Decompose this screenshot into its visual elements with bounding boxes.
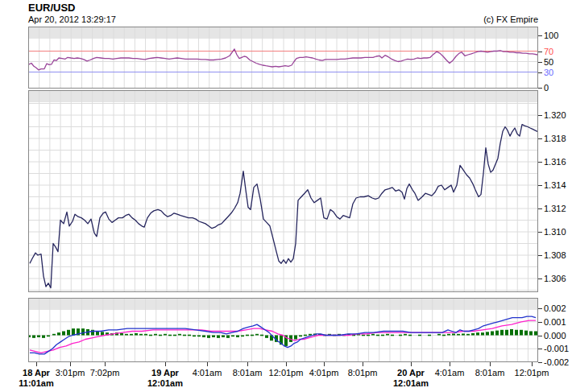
x-axis-tick <box>207 362 208 366</box>
divergence-bar <box>452 333 455 335</box>
divergence-bar <box>241 336 244 337</box>
x-axis-tick <box>36 362 37 366</box>
price-axis-tick <box>538 185 542 186</box>
divergence-bar <box>188 335 191 336</box>
divergence-bar <box>72 328 75 335</box>
divergence-bar <box>159 335 162 336</box>
divergence-bar <box>381 335 384 336</box>
macd-axis-label: -0.001 <box>544 344 569 354</box>
divergence-bar <box>193 336 196 337</box>
x-axis-tick <box>324 362 325 366</box>
divergence-bar <box>32 336 35 338</box>
macd-axis-tick <box>538 322 542 323</box>
divergence-bar <box>476 332 479 335</box>
divergence-bar <box>178 334 181 336</box>
macd-axis-tick <box>538 349 542 349</box>
divergence-bar <box>404 334 407 336</box>
divergence-bar <box>408 335 412 336</box>
divergence-bar <box>437 334 441 336</box>
macd-axis-tick <box>538 308 542 309</box>
x-axis-label: 7:02pm <box>71 368 139 378</box>
price-axis-label: 1.312 <box>544 204 566 214</box>
divergence-bar <box>173 335 176 336</box>
divergence-bar <box>236 336 239 338</box>
divergence-bar <box>231 336 234 337</box>
divergence-bar <box>246 335 249 336</box>
macd-axis-label: 0.000 <box>544 331 566 341</box>
price-axis-label: 1.316 <box>544 157 566 167</box>
divergence-bar <box>255 334 259 336</box>
divergence-bar <box>149 335 152 336</box>
divergence-bar <box>524 331 528 336</box>
divergence-bar <box>207 336 210 338</box>
macd-panel <box>28 298 538 362</box>
rsi-axis-label: 100 <box>544 31 558 41</box>
page-title: EUR/USD <box>28 2 76 14</box>
divergence-bar <box>362 335 365 336</box>
divergence-bar <box>42 336 45 338</box>
x-axis-tick <box>532 362 533 366</box>
divergence-bar <box>418 335 421 336</box>
divergence-bar <box>299 336 302 337</box>
divergence-bar <box>197 336 201 337</box>
divergence-bar <box>495 331 499 336</box>
divergence-bar <box>251 335 254 336</box>
divergence-bar <box>57 332 60 335</box>
divergence-bar <box>481 332 484 335</box>
divergence-bar <box>154 334 157 336</box>
price-axis-tick <box>538 208 542 209</box>
divergence-bar <box>144 334 147 336</box>
divergence-bar <box>462 333 465 335</box>
divergence-bar <box>47 336 50 337</box>
price-axis-tick <box>538 232 542 233</box>
divergence-bar <box>371 334 375 336</box>
price-axis-tick <box>538 255 542 256</box>
divergence-bar <box>309 334 312 336</box>
price-panel <box>28 90 538 292</box>
x-axis-tick <box>105 362 106 366</box>
price-axis-label: 1.310 <box>544 227 566 237</box>
divergence-bar <box>217 336 220 338</box>
divergence-bar <box>447 334 450 336</box>
divergence-bar <box>67 330 70 336</box>
divergence-bar <box>52 334 56 336</box>
x-axis-tick <box>450 362 450 366</box>
divergence-bar <box>260 335 263 336</box>
x-axis-tick <box>363 362 363 366</box>
divergence-bar <box>391 335 394 336</box>
divergence-bar <box>62 331 65 335</box>
divergence-bar <box>168 335 172 336</box>
divergence-bar <box>505 330 508 336</box>
divergence-bar <box>520 330 523 336</box>
divergence-bar <box>164 334 167 336</box>
divergence-bar <box>500 330 504 336</box>
rsi-panel <box>28 27 538 89</box>
divergence-bar <box>466 334 470 336</box>
divergence-bar <box>101 332 104 335</box>
x-axis-tick <box>70 362 71 366</box>
x-axis-label: 12:01pm <box>498 368 566 378</box>
divergence-bar <box>457 334 460 336</box>
divergence-bar <box>442 335 446 336</box>
price-axis-label: 1.306 <box>544 274 566 284</box>
rsi-axis-label: 0 <box>544 83 549 93</box>
x-axis-tick <box>247 362 248 366</box>
fx-chart: EUR/USD Apr 20, 2012 13:29:17 (c) FX Emp… <box>0 0 572 392</box>
divergence-bar <box>399 335 402 336</box>
divergence-bar <box>386 334 389 336</box>
price-axis-label: 1.308 <box>544 250 566 261</box>
macd-axis-tick <box>538 336 542 336</box>
price-axis-tick <box>538 279 542 279</box>
divergence-bar <box>135 333 138 336</box>
rsi-axis-tick <box>538 88 542 89</box>
price-axis-tick <box>538 115 542 116</box>
copyright-label: (c) FX Empire <box>483 14 538 24</box>
rsi-axis-label: 30 <box>544 68 553 78</box>
divergence-bar <box>212 336 215 338</box>
x-axis-tick <box>165 362 166 366</box>
divergence-bar <box>222 336 225 338</box>
divergence-bar <box>471 333 475 336</box>
rsi-axis-tick <box>538 72 542 73</box>
divergence-bar <box>294 336 297 340</box>
divergence-bar <box>37 336 40 338</box>
